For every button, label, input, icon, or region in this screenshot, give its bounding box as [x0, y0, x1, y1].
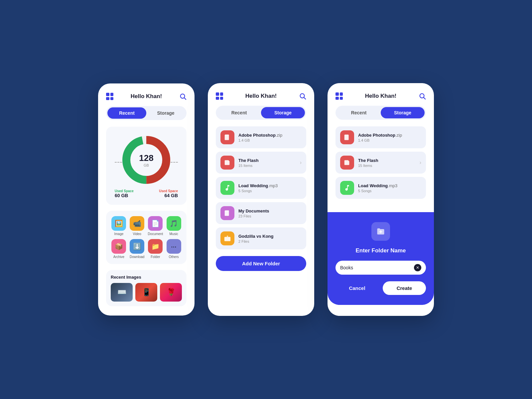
- video-label: Video: [133, 232, 141, 236]
- wedding-file-info: Load Wedding.mp3 5 Songs: [238, 183, 302, 193]
- wedding-file-icon: [220, 181, 234, 195]
- download-label: Download: [130, 255, 144, 259]
- phone3-top: Hello Khan! Recent Storage Adobe Photosh…: [328, 83, 434, 212]
- phone3-wedding-info: Load Wedding.mp3 5 Songs: [358, 183, 421, 193]
- image-label: Image: [114, 232, 124, 236]
- search-icon-1[interactable]: [179, 93, 187, 100]
- used2-label: Used Space: [115, 189, 134, 193]
- flash-file-info: The Flash 15 Items: [238, 158, 296, 168]
- storage-donut: 128 GB: [120, 133, 173, 187]
- storage-label: 128 GB: [139, 153, 153, 167]
- godzilla-file-name: Godzilla vs Kong: [238, 234, 302, 239]
- used-label: Used Space: [159, 189, 178, 193]
- phone-screen-2: Hello Khan! Recent Storage Adobe Photosh…: [208, 83, 314, 316]
- tab-storage-3[interactable]: Storage: [381, 107, 425, 118]
- phone-screen-3: Hello Khan! Recent Storage Adobe Photosh…: [328, 83, 434, 316]
- storage-used-info: Used Space 64 GB: [159, 189, 178, 198]
- grid-icon-1[interactable]: [106, 93, 113, 100]
- tab-recent-2[interactable]: Recent: [217, 107, 261, 118]
- category-others[interactable]: ··· Others: [166, 239, 181, 259]
- category-music[interactable]: 🎵 Music: [166, 216, 181, 236]
- recent-images-grid: ⌨️ 📱 🌹: [111, 283, 182, 302]
- music-icon: 🎵: [167, 216, 181, 231]
- tab-storage-1[interactable]: Storage: [146, 107, 185, 119]
- phone1-tabs: Recent Storage: [106, 106, 187, 120]
- download-icon: ⬇️: [130, 239, 144, 254]
- storage-total-unit: GB: [139, 163, 153, 167]
- storage-info: Used Space 60 GB Used Space 64 GB: [111, 189, 181, 198]
- phone3-file-item-wedding[interactable]: Load Wedding.mp3 5 Songs: [335, 177, 426, 199]
- phone3-photoshop-info: Adobe Photoshop.zip 1.4 GB: [358, 133, 421, 142]
- category-image[interactable]: 🖼️ Image: [111, 216, 126, 236]
- tab-recent-1[interactable]: Recent: [107, 107, 146, 119]
- svg-marker-12: [227, 236, 228, 237]
- documents-file-name: My Documents: [238, 208, 302, 213]
- file-item-godzilla[interactable]: Godzilla vs Kong 2 Files: [216, 227, 306, 249]
- storage-used2-info: Used Space 60 GB: [115, 189, 134, 198]
- phone3-wedding-icon: [340, 181, 354, 195]
- category-archive[interactable]: 📦 Archive: [111, 239, 126, 259]
- svg-rect-10: [225, 210, 229, 211]
- recent-image-keyboard[interactable]: ⌨️: [111, 283, 133, 302]
- phone3-photoshop-icon: [340, 130, 354, 144]
- documents-file-meta: 23 Files: [238, 214, 302, 218]
- phone3-flash-meta: 15 Items: [358, 164, 416, 168]
- godzilla-file-icon: [220, 231, 234, 245]
- recent-image-flower[interactable]: 🌹: [160, 283, 182, 302]
- document-icon: 📄: [148, 216, 163, 231]
- grid-icon-3[interactable]: [335, 92, 343, 100]
- folder-icon: 📁: [148, 239, 163, 254]
- folder-name-input[interactable]: [340, 265, 411, 270]
- search-icon-3[interactable]: [419, 92, 426, 100]
- svg-line-1: [184, 98, 186, 99]
- category-folder[interactable]: 📁 Folder: [148, 239, 163, 259]
- cancel-button[interactable]: Cancel: [335, 281, 379, 295]
- used2-value: 60 GB: [115, 193, 134, 198]
- categories-grid: 🖼️ Image 📹 Video 📄 Document 🎵 Music 📦 Ar…: [106, 211, 187, 264]
- phone2-header: Hello Khan!: [216, 92, 306, 100]
- recent-image-phone[interactable]: 📱: [135, 283, 157, 302]
- flower-thumbnail: 🌹: [160, 283, 182, 302]
- phone3-wedding-meta: 5 Songs: [358, 189, 421, 193]
- modal-input-row: ✕: [335, 261, 426, 275]
- file-item-photoshop[interactable]: Adobe Photoshop.zip 1.4 GB: [216, 126, 306, 148]
- others-label: Others: [169, 255, 179, 259]
- add-new-folder-button[interactable]: Add New Folder: [216, 256, 306, 271]
- file-item-documents[interactable]: My Documents 23 Files: [216, 202, 306, 224]
- create-button[interactable]: Create: [383, 281, 426, 295]
- category-document[interactable]: 📄 Document: [148, 216, 163, 236]
- photoshop-file-meta: 1.4 GB: [238, 138, 302, 142]
- phone3-file-item-photoshop[interactable]: Adobe Photoshop.zip 1.4 GB: [335, 126, 426, 148]
- grid-icon-2[interactable]: [216, 92, 223, 100]
- tab-storage-2[interactable]: Storage: [261, 107, 305, 118]
- documents-file-icon: [220, 206, 234, 220]
- documents-file-info: My Documents 23 Files: [238, 208, 302, 218]
- phone3-file-item-flash[interactable]: The Flash 15 Items ›: [335, 152, 426, 174]
- category-download[interactable]: ⬇️ Download: [130, 239, 145, 259]
- search-icon-2[interactable]: [299, 92, 306, 100]
- video-icon: 📹: [130, 216, 144, 231]
- tab-recent-3[interactable]: Recent: [337, 107, 381, 118]
- archive-label: Archive: [113, 255, 124, 259]
- phone3-flash-info: The Flash 15 Items: [358, 158, 416, 168]
- category-video[interactable]: 📹 Video: [130, 216, 145, 236]
- phone3-photoshop-meta: 1.4 GB: [358, 138, 421, 142]
- recent-section: Recent Images ⌨️ 📱 🌹: [106, 270, 187, 306]
- file-item-wedding[interactable]: Load Wedding.mp3 5 Songs: [216, 177, 306, 199]
- phone3-flash-icon: [340, 156, 354, 170]
- image-icon: 🖼️: [111, 216, 126, 231]
- phone3-photoshop-name: Adobe Photoshop.zip: [358, 133, 421, 138]
- phone3-header: Hello Khan!: [335, 92, 426, 100]
- music-label: Music: [170, 232, 178, 236]
- flash-file-name: The Flash: [238, 158, 296, 163]
- modal-buttons: Cancel Create: [335, 281, 426, 295]
- photoshop-file-icon: [220, 130, 234, 144]
- godzilla-file-meta: 2 Files: [238, 239, 302, 243]
- phone3-wedding-name: Load Wedding.mp3: [358, 183, 421, 188]
- clear-input-button[interactable]: ✕: [414, 264, 421, 271]
- godzilla-file-info: Godzilla vs Kong 2 Files: [238, 234, 302, 243]
- file-item-flash[interactable]: The Flash 15 Items ›: [216, 152, 306, 174]
- phone3-flash-name: The Flash: [358, 158, 416, 163]
- wedding-file-name: Load Wedding.mp3: [238, 183, 302, 188]
- archive-icon: 📦: [111, 239, 126, 254]
